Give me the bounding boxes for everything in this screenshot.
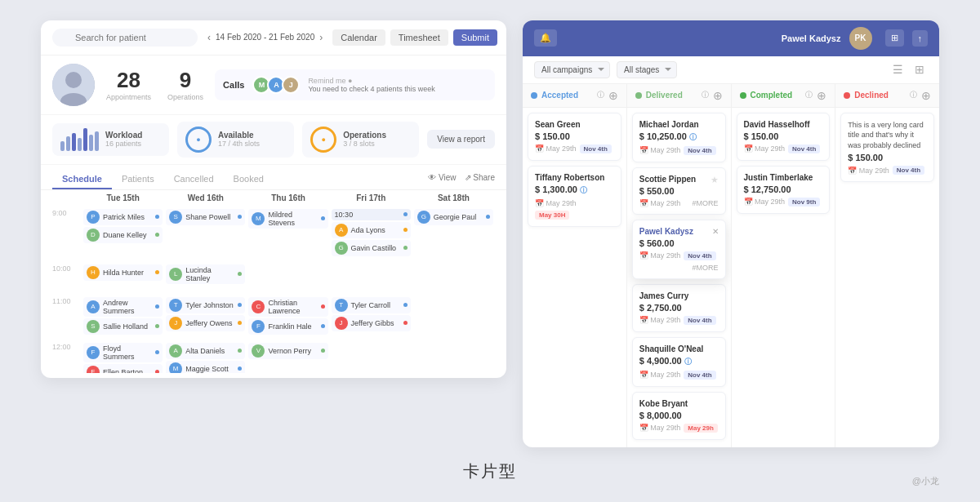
card-star[interactable]: ★: [710, 175, 719, 185]
stages-filter[interactable]: All stages: [617, 61, 677, 78]
appt-floyd[interactable]: F Floyd Summers: [83, 343, 163, 362]
search-input[interactable]: [52, 29, 198, 47]
card-date1: 📅 May 29th: [848, 167, 889, 175]
card-footer: 📅 May 29th Nov 4th: [744, 144, 823, 153]
appt-name: Jeffery Gibbs: [351, 319, 394, 327]
calendar-tab-btn[interactable]: Calendar: [332, 29, 385, 46]
appt-alta[interactable]: A Alta Daniels: [166, 343, 245, 359]
prev-date-btn[interactable]: ‹: [206, 32, 212, 43]
appt-tyler-j[interactable]: T Tyler Johnston: [166, 297, 245, 313]
col-add-accepted[interactable]: ⊕: [608, 89, 618, 102]
appt-dot: [155, 324, 159, 328]
card-amount: $ 150.00: [744, 131, 823, 141]
workload-chart: [60, 128, 99, 151]
appt-dot: [403, 321, 408, 325]
card-justin-timberlake[interactable]: Justin Timberlake $ 12,750.00 📅 May 29th…: [737, 166, 831, 214]
appt-christian[interactable]: C Christian Lawrence: [248, 297, 327, 317]
day-fri: Fri 17th: [330, 193, 412, 202]
card-tiffany-robertson[interactable]: Tiffany Robertson $ 1,300.00 ⓘ 📅 May 29t…: [528, 166, 621, 227]
col-add-completed[interactable]: ⊕: [817, 89, 826, 102]
fri-12: [330, 341, 412, 373]
list-view-btn[interactable]: ☰: [889, 61, 906, 78]
appt-dot: [238, 272, 242, 276]
tab-schedule[interactable]: Schedule: [52, 170, 112, 189]
col-count-declined: ⓘ: [910, 90, 917, 100]
bar-5: [83, 128, 87, 151]
operations-metric: ● Operations 3 / 8 slots: [302, 122, 419, 158]
notification-btn[interactable]: 🔔: [534, 29, 557, 47]
card-james-curry[interactable]: James Curry $ 2,750.00 📅 May 29th Nov 4t…: [632, 284, 726, 332]
card-date1: 📅 May 29th: [639, 316, 681, 324]
appt-avatar: H: [87, 266, 100, 279]
card-shaquille[interactable]: Shaquille O'Neal $ 4,900.00 ⓘ 📅 May 29th…: [632, 337, 726, 387]
card-david-hasselhoff[interactable]: David Hasselhoff $ 150.00 📅 May 29th Nov…: [737, 113, 831, 161]
popup-close-btn[interactable]: ✕: [712, 227, 719, 236]
view-report-btn[interactable]: View a report: [427, 130, 495, 149]
appt-ada[interactable]: A Ada Lyons: [332, 222, 411, 238]
card-amount: $ 2,750.00: [639, 303, 719, 313]
col-header-delivered: Delivered ⓘ ⊕: [627, 84, 731, 108]
card-info-icon: ⓘ: [580, 186, 587, 194]
col-body-accepted: Sean Green $ 150.00 📅 May 29th Nov 4th T…: [523, 108, 626, 447]
tab-cancelled[interactable]: Cancelled: [164, 170, 224, 189]
appt-vernon[interactable]: V Vernon Perry: [248, 343, 327, 359]
col-add-delivered[interactable]: ⊕: [713, 89, 723, 102]
card-pawel-kadysz-popup[interactable]: Pawel Kadysz ✕ $ 560.00 📅 May 29th Nov 4…: [632, 220, 726, 279]
appt-duane[interactable]: D Duane Kelley: [83, 227, 163, 243]
card-amount: $ 150.00: [848, 153, 927, 162]
card-date1: 📅 May 29th: [639, 424, 681, 432]
appt-name: Lucinda Stanley: [185, 266, 234, 282]
campaigns-filter[interactable]: All campaigns: [534, 61, 610, 78]
time-label-9: 9:00: [52, 207, 82, 260]
timesheet-tab-btn[interactable]: Timesheet: [390, 29, 448, 46]
appt-andrew[interactable]: A Andrew Summers: [83, 297, 163, 317]
col-header-completed: Completed ⓘ ⊕: [732, 84, 835, 108]
appt-dot: [238, 321, 242, 325]
appt-jeffery[interactable]: J Jeffery Owens: [166, 315, 245, 331]
appt-lucinda[interactable]: L Lucinda Stanley: [166, 264, 245, 284]
available-title: Available: [218, 131, 260, 140]
wed-9: S Shane Powell: [164, 207, 247, 260]
tab-patients[interactable]: Patients: [112, 170, 164, 189]
card-amount: $ 550.00: [639, 186, 719, 196]
appt-tyler-c[interactable]: T Tyler Carroll: [332, 297, 411, 313]
appt-georgie[interactable]: G Georgie Paul: [414, 209, 493, 225]
card-footer: 📅 May 29th Nov 4th: [639, 146, 719, 155]
col-title-accepted: Accepted: [541, 91, 593, 100]
card-info-icon: ⓘ: [689, 133, 697, 141]
appt-maggie[interactable]: M Maggie Scott: [166, 361, 245, 373]
kanban-view-btn[interactable]: ⊞: [911, 61, 928, 78]
tab-booked[interactable]: Booked: [224, 170, 274, 189]
next-date-btn[interactable]: ›: [318, 32, 324, 43]
appt-jeffery-g[interactable]: J Jeffery Gibbs: [332, 315, 411, 331]
card-scottie-pippen[interactable]: Scottie Pippen ★ $ 550.00 📅 May 29th #MO…: [632, 167, 726, 215]
card-michael-jordan[interactable]: Michael Jordan $ 10,250.00 ⓘ 📅 May 29th …: [632, 113, 726, 162]
export-btn[interactable]: ↑: [912, 30, 929, 47]
appt-shane[interactable]: S Shane Powell: [166, 209, 245, 225]
appt-sallie[interactable]: S Sallie Holland: [83, 318, 163, 335]
card-kobe-bryant[interactable]: Kobe Bryant $ 8,000.00 📅 May 29th May 29…: [632, 392, 726, 440]
appt-mildred[interactable]: M Mildred Stevens: [248, 209, 327, 229]
bottom-area: 卡片型: [463, 460, 517, 482]
appt-gavin[interactable]: G Gavin Castillo: [332, 240, 411, 256]
appt-1030[interactable]: 10:30: [332, 209, 411, 220]
appt-name: Tyler Johnston: [185, 301, 234, 309]
appt-avatar: S: [87, 320, 100, 333]
card-sean-green[interactable]: Sean Green $ 150.00 📅 May 29th Nov 4th: [528, 113, 621, 161]
user-name: Pawel Kadysz: [782, 33, 841, 43]
card-declined-long[interactable]: This is a very long card title and that'…: [840, 113, 934, 183]
appt-hilda[interactable]: H Hilda Hunter: [83, 264, 163, 281]
appt-ellen[interactable]: E Ellen Barton: [83, 364, 163, 373]
grid-view-btn[interactable]: ⊞: [885, 29, 904, 47]
submit-tab-btn[interactable]: Submit: [453, 29, 497, 46]
col-header-accepted: Accepted ⓘ ⊕: [523, 84, 626, 108]
col-add-declined[interactable]: ⊕: [921, 89, 931, 102]
appt-avatar: A: [335, 224, 348, 237]
profile-row: 28 Appointments 9 Operations Calls M A J…: [41, 56, 506, 115]
view-btn[interactable]: 👁 View: [428, 173, 456, 182]
appt-franklin[interactable]: F Franklin Hale: [248, 318, 327, 335]
card-date1: 📅 May 29th: [639, 199, 681, 207]
appt-patrick[interactable]: P Patrick Miles: [83, 209, 163, 225]
share-btn[interactable]: ⇗ Share: [465, 173, 495, 182]
bar-6: [89, 135, 93, 151]
